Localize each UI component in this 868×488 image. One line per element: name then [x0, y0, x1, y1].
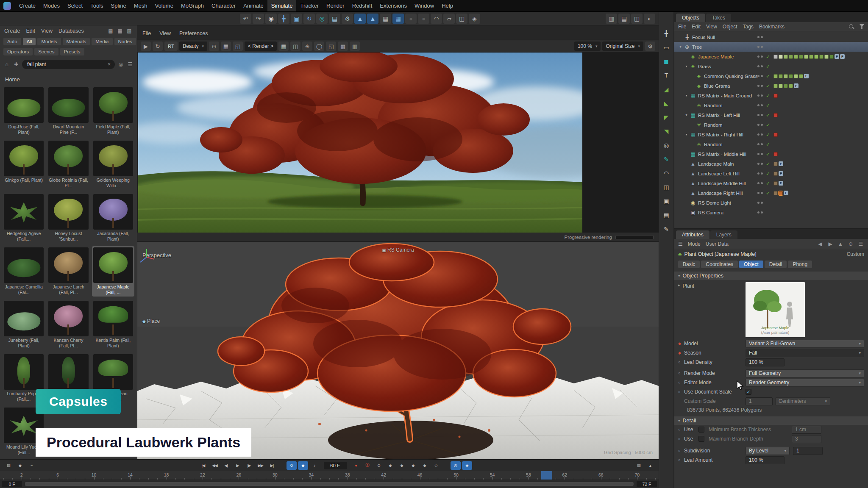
render-view-image-area[interactable]: [137, 53, 659, 233]
mode-menu[interactable]: Mode: [688, 241, 701, 247]
menu-modes[interactable]: Modes: [39, 0, 64, 11]
render-visibility-dot[interactable]: [761, 36, 763, 38]
min-branch-checkbox[interactable]: [698, 427, 704, 433]
filter-media[interactable]: Media: [92, 38, 112, 45]
solo-toggle[interactable]: ◎: [451, 461, 461, 470]
param-dot-icon[interactable]: ○: [678, 427, 684, 432]
render-visibility-dot[interactable]: [761, 143, 763, 145]
render-mode-dropdown[interactable]: Full Geometry ▾: [746, 369, 864, 377]
material-chip[interactable]: [789, 74, 793, 78]
tab-objects[interactable]: Objects: [676, 14, 705, 22]
object-tree-item[interactable]: ▲Landscape Middle Hill✓F: [674, 178, 868, 188]
simulate-project-icon[interactable]: ▲: [354, 14, 366, 24]
material-chip[interactable]: [819, 55, 823, 59]
material-chip[interactable]: [779, 55, 783, 59]
axis-gizmo[interactable]: [137, 247, 156, 266]
grid-icon[interactable]: ▦: [380, 14, 391, 24]
object-tree-item[interactable]: ▾♣Grass✓: [674, 61, 868, 71]
visibility-dots[interactable]: [757, 172, 763, 175]
object-tree-item[interactable]: ▾▦RS Matrix - Right Hill✓: [674, 130, 868, 139]
attr-tab-detail[interactable]: Detail: [765, 261, 787, 268]
attr-tab-basic[interactable]: Basic: [678, 261, 700, 268]
asset-item[interactable]: Japanese Maple (Fall, ...: [92, 246, 134, 297]
keyframe-list-icon[interactable]: ▤: [634, 461, 644, 470]
refresh-icon[interactable]: ↻: [153, 42, 163, 51]
material-chip[interactable]: [773, 191, 778, 195]
menu-simulate[interactable]: Simulate: [267, 0, 297, 11]
filter-icon[interactable]: [860, 24, 864, 29]
rv-menu-view[interactable]: View: [159, 30, 171, 40]
render-visibility-dot[interactable]: [761, 75, 763, 77]
timeline-scrollbar-thumb[interactable]: [25, 482, 634, 486]
redshift-material-chip[interactable]: [773, 94, 778, 98]
redshift-material-chip[interactable]: [773, 152, 778, 156]
tab-attributes[interactable]: Attributes: [676, 230, 709, 239]
filter-models[interactable]: Models: [37, 38, 61, 45]
camera-label[interactable]: ▣ RS Camera: [382, 247, 414, 253]
object-tree-item[interactable]: ♣Common Quaking Grass✓F: [674, 71, 868, 81]
object-tree-item[interactable]: ▲Landscape Right Hill✓F: [674, 188, 868, 198]
object-tree-item[interactable]: ▲Landscape Main✓F: [674, 159, 868, 169]
param-dot-icon[interactable]: ○: [678, 371, 684, 375]
enabled-check-icon[interactable]: ✓: [766, 190, 770, 196]
play-mode-toggle[interactable]: ◆: [298, 461, 308, 470]
measure-icon[interactable]: ◎: [661, 141, 671, 150]
panel-menu-icon[interactable]: ☰: [857, 241, 864, 247]
obj-menu-file[interactable]: File: [678, 24, 686, 30]
coordinates-icon[interactable]: ╋: [661, 29, 671, 38]
tab-layers[interactable]: Layers: [710, 230, 737, 239]
material-chip[interactable]: [773, 181, 778, 186]
editor-visibility-dot[interactable]: [757, 172, 760, 175]
snapshot-icon[interactable]: ▦: [278, 42, 289, 51]
season-dropdown[interactable]: Fall ▾: [746, 349, 864, 357]
obj-menu-tags[interactable]: Tags: [743, 24, 754, 30]
gear-icon[interactable]: ⚙: [645, 42, 655, 51]
record-button[interactable]: ●: [351, 461, 361, 470]
material-chip[interactable]: [784, 84, 788, 88]
filter-materials[interactable]: Materials: [63, 38, 90, 45]
rv-menu-preferences[interactable]: Preferences: [179, 30, 208, 40]
editor-visibility-dot[interactable]: [757, 211, 760, 214]
disabled-circle-a-icon[interactable]: ●: [405, 14, 417, 24]
modeling-bevel-icon[interactable]: ◣: [661, 99, 671, 108]
param-dot-icon[interactable]: ○: [678, 437, 684, 441]
editor-visibility-dot[interactable]: [757, 94, 760, 97]
range-start-field[interactable]: [2, 481, 22, 487]
region-render-icon[interactable]: ◱: [233, 42, 243, 51]
record-position-icon[interactable]: ◆: [385, 461, 395, 470]
asset-item[interactable]: Globe Robinia (Fall, Pl...: [47, 139, 89, 190]
editor-visibility-dot[interactable]: [757, 153, 760, 155]
timeline-mode-icon[interactable]: ▤: [3, 461, 14, 470]
visibility-dots[interactable]: [757, 133, 763, 136]
menu-character[interactable]: Character: [208, 0, 239, 11]
redshift-material-chip[interactable]: [773, 113, 778, 117]
camera-tool-icon[interactable]: ▣: [661, 197, 671, 206]
visibility-dots[interactable]: [757, 75, 763, 77]
asset-item[interactable]: Juneberry (Fall, Plant): [3, 299, 45, 350]
editor-mode-dropdown[interactable]: Render Geometry ▾: [746, 379, 864, 387]
visibility-dots[interactable]: [757, 94, 763, 97]
mirror-tool-icon[interactable]: ◫: [661, 183, 671, 192]
visibility-dots[interactable]: [757, 124, 763, 126]
layout-anim-icon[interactable]: ▤: [618, 14, 630, 24]
enabled-check-icon[interactable]: ✓: [766, 64, 770, 69]
range-end-field[interactable]: [637, 481, 657, 487]
material-chip[interactable]: [773, 162, 778, 166]
filter-auto[interactable]: Auto: [3, 38, 21, 45]
render-visibility-dot[interactable]: [761, 163, 763, 165]
enabled-check-icon[interactable]: ✓: [766, 73, 770, 79]
timeline-ruler[interactable]: 2610141822263034384246505458626670: [0, 471, 659, 480]
zoom-dropdown[interactable]: 100 % ▾: [574, 42, 601, 51]
enabled-check-icon[interactable]: ✓: [766, 122, 770, 128]
enabled-check-icon[interactable]: ✓: [766, 151, 770, 157]
chevron-right-icon[interactable]: ▸: [678, 283, 680, 287]
editor-visibility-dot[interactable]: [757, 46, 760, 48]
tag-icon[interactable]: F: [779, 181, 783, 186]
render-visibility-dot[interactable]: [761, 124, 763, 126]
material-chip[interactable]: [814, 55, 818, 59]
tag-icon[interactable]: F: [784, 191, 788, 195]
snap-toggle[interactable]: ◈: [462, 461, 472, 470]
app-logo-icon[interactable]: [3, 2, 11, 10]
asset-item[interactable]: Jacaranda (Fall, Plant): [92, 193, 134, 243]
enabled-check-icon[interactable]: ✓: [766, 54, 770, 60]
